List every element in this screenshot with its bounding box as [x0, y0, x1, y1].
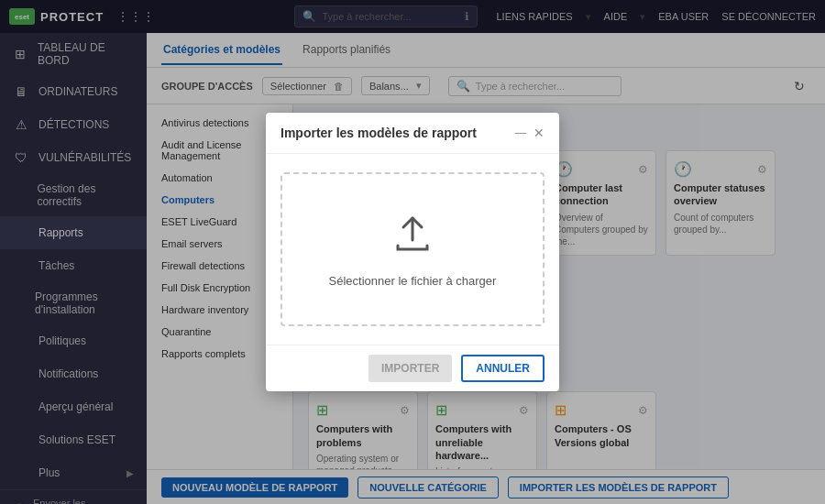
dialog-close-controls: — ✕ [515, 126, 544, 140]
cancel-button[interactable]: ANNULER [461, 355, 544, 382]
upload-zone[interactable]: Sélectionner le fichier à charger [280, 172, 544, 326]
dialog-body: Sélectionner le fichier à charger [266, 154, 559, 345]
upload-icon [390, 211, 434, 263]
minimize-icon[interactable]: — [515, 126, 526, 139]
import-confirm-button[interactable]: IMPORTER [368, 355, 452, 382]
dialog-footer: IMPORTER ANNULER [266, 345, 559, 391]
dialog-title: Importer les modèles de rapport [280, 126, 477, 140]
import-dialog: Importer les modèles de rapport — ✕ Séle… [266, 113, 559, 391]
dialog-overlay[interactable]: Importer les modèles de rapport — ✕ Séle… [0, 0, 825, 504]
upload-text: Sélectionner le fichier à charger [329, 274, 497, 288]
close-icon[interactable]: ✕ [534, 126, 544, 140]
dialog-header: Importer les modèles de rapport — ✕ [266, 113, 559, 154]
